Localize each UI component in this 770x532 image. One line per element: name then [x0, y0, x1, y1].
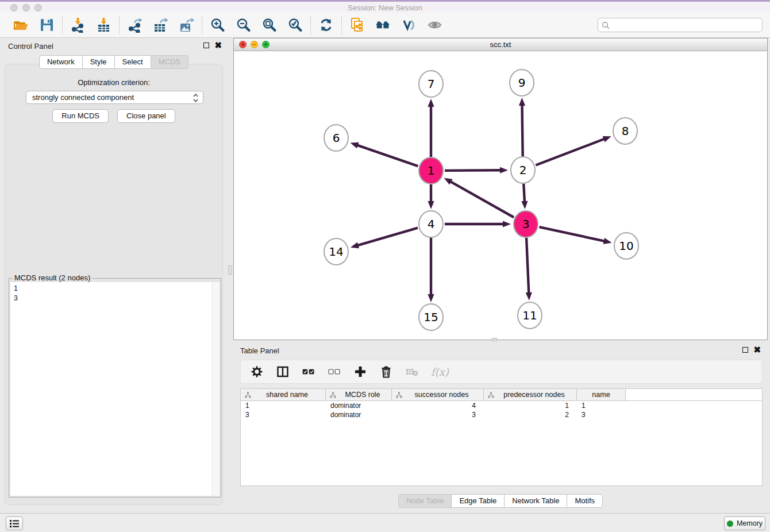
home-icon[interactable]	[375, 17, 391, 33]
edge-3-10[interactable]	[539, 227, 605, 241]
task-history-button[interactable]	[6, 516, 23, 530]
table-panel: Table Panel ✖ f(x) shared nameMCDS ro	[233, 342, 768, 509]
optimization-criterion-label: Optimization criterion:	[5, 78, 222, 87]
tab-motifs[interactable]: Motifs	[567, 494, 603, 508]
add-column-icon[interactable]	[353, 365, 367, 379]
table-cell[interactable]: 3	[577, 410, 626, 419]
edge-3-11[interactable]	[526, 238, 529, 294]
table-cell[interactable]: dominator	[326, 410, 392, 419]
control-panel: Control Panel ✖ NetworkStyleSelectMCDS O…	[0, 38, 228, 513]
table-cell[interactable]: 3	[241, 410, 326, 419]
edge-arrowhead	[521, 201, 528, 209]
show-graphics-details-icon[interactable]	[427, 17, 442, 33]
edge-2-8[interactable]	[536, 139, 605, 165]
delete-column-icon[interactable]	[379, 365, 393, 379]
app-titlebar: Session: New Session	[0, 0, 770, 13]
float-table-panel-icon[interactable]	[742, 347, 748, 353]
zoom-in-icon[interactable]	[210, 17, 225, 33]
table-cell[interactable]: 3	[392, 410, 484, 419]
criterion-select[interactable]: strongly connected component	[26, 91, 203, 104]
import-table-icon[interactable]	[96, 17, 111, 33]
tab-network[interactable]: Network	[39, 55, 83, 69]
table-cell[interactable]: 2	[484, 410, 577, 419]
unselect-all-icon[interactable]	[328, 365, 341, 379]
edge-2-3[interactable]	[523, 184, 525, 202]
table-header-row: shared nameMCDS rolesuccessor nodesprede…	[241, 389, 762, 401]
float-panel-icon[interactable]	[203, 43, 209, 48]
mcds-result-area[interactable]: 1 3	[10, 282, 220, 496]
graph-node-label-3: 3	[522, 217, 530, 231]
edge-1-6[interactable]	[357, 145, 418, 166]
select-all-icon[interactable]	[302, 365, 315, 379]
tab-edge-table[interactable]: Edge Table	[451, 494, 505, 508]
table-cell[interactable]: 1	[484, 401, 577, 410]
import-network-icon[interactable]	[70, 17, 86, 33]
edge-2-9[interactable]	[522, 105, 523, 156]
graph-node-label-11: 11	[522, 309, 537, 322]
search-input[interactable]	[612, 21, 759, 29]
new-network-from-selection-icon[interactable]	[349, 17, 365, 33]
table-cell[interactable]: 4	[392, 401, 484, 410]
tab-select[interactable]: Select	[114, 55, 151, 69]
edge-arrowhead	[351, 242, 359, 248]
edge-4-14[interactable]	[357, 228, 417, 246]
zoom-out-icon[interactable]	[236, 17, 251, 33]
save-session-icon[interactable]	[39, 17, 55, 33]
tab-style[interactable]: Style	[82, 55, 115, 69]
refresh-layout-icon[interactable]	[318, 17, 334, 33]
close-panel-button[interactable]: Close panel	[117, 109, 175, 123]
edge-arrowhead	[428, 201, 434, 209]
edge-arrowhead	[526, 292, 532, 300]
graph-node-label-10: 10	[619, 239, 633, 253]
zoom-fit-icon[interactable]	[261, 17, 277, 33]
edge-3-1[interactable]	[450, 182, 514, 218]
edge-arrowhead	[428, 99, 434, 107]
column-icon[interactable]	[276, 365, 290, 379]
column-header-predecessor-nodes[interactable]: predecessor nodes	[484, 389, 577, 400]
export-image-icon[interactable]	[179, 17, 194, 33]
edge-arrowhead	[603, 238, 612, 244]
tab-network-table[interactable]: Network Table	[504, 494, 567, 508]
hide-graphics-details-icon[interactable]	[401, 17, 417, 33]
result-scrollbar[interactable]	[212, 282, 220, 496]
tab-node-table[interactable]: Node Table	[398, 494, 452, 508]
table-cell[interactable]: dominator	[326, 401, 392, 410]
memory-button[interactable]: Memory	[724, 516, 765, 530]
graph-node-label-8: 8	[622, 124, 629, 138]
vertical-splitter-handle[interactable]	[228, 265, 232, 275]
close-panel-icon[interactable]: ✖	[214, 42, 222, 49]
table-cell[interactable]: 1	[577, 401, 626, 410]
function-builder-icon: f(x)	[431, 366, 449, 378]
graph-node-label-15: 15	[424, 310, 438, 324]
edge-arrowhead	[351, 142, 359, 149]
table-row[interactable]: 1dominator411	[241, 401, 762, 410]
table-cell[interactable]: 1	[241, 401, 326, 410]
open-file-icon[interactable]	[13, 17, 29, 33]
table-panel-tabs: Node TableEdge TableNetwork TableMotifs	[233, 494, 768, 508]
graph-node-label-14: 14	[329, 245, 343, 259]
network-window-titlebar[interactable]: × − + scc.txt	[234, 38, 767, 51]
tab-mcds[interactable]: MCDS	[151, 55, 188, 69]
close-table-panel-icon[interactable]: ✖	[753, 346, 761, 353]
zoom-selected-icon[interactable]	[287, 17, 303, 33]
statusbar: Memory	[0, 513, 770, 532]
column-header-name[interactable]: name	[577, 389, 626, 400]
search-field[interactable]	[598, 18, 763, 32]
column-header-successor-nodes[interactable]: successor nodes	[392, 389, 484, 400]
column-header-mcds-role[interactable]: MCDS role	[326, 389, 392, 400]
edge-arrowhead	[500, 167, 508, 174]
table-row[interactable]: 3dominator323	[241, 410, 762, 419]
edge-1-2[interactable]	[445, 170, 501, 171]
edge-arrowhead	[503, 221, 511, 227]
graph-node-label-1: 1	[428, 164, 435, 178]
export-network-icon[interactable]	[127, 17, 143, 33]
horizontal-splitter-handle[interactable]	[492, 338, 497, 341]
column-header-shared-name[interactable]: shared name	[241, 389, 326, 400]
gear-icon[interactable]	[250, 365, 264, 379]
network-view-window: × − + scc.txt 7968124314101511	[233, 38, 768, 340]
run-mcds-button[interactable]: Run MCDS	[52, 109, 109, 123]
network-canvas[interactable]: 7968124314101511	[234, 51, 767, 340]
column-header-label: shared name	[266, 391, 308, 399]
column-header-label: successor nodes	[415, 391, 469, 399]
export-table-icon[interactable]	[153, 17, 168, 33]
